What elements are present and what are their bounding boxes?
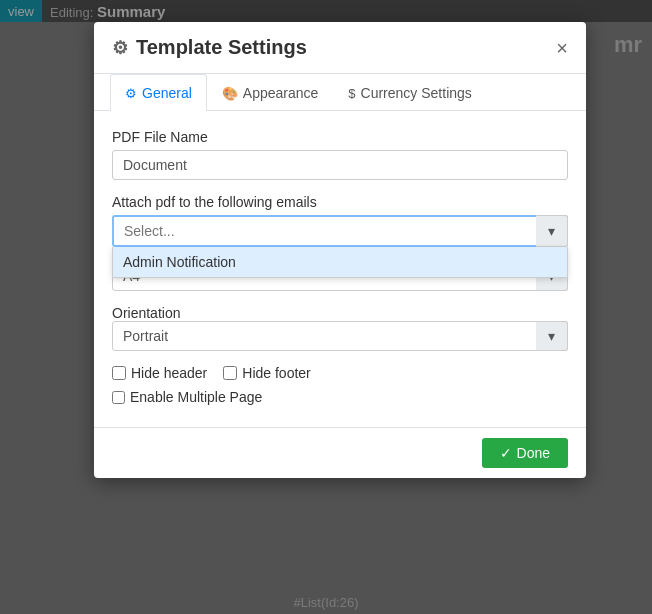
gear-icon: ⚙ (112, 37, 128, 59)
modal-title: ⚙ Template Settings (112, 36, 307, 59)
tab-currency-icon: $ (348, 86, 355, 101)
tab-general[interactable]: ⚙ General (110, 74, 207, 111)
orientation-group: Orientation ▾ (112, 305, 568, 351)
tabs-bar: ⚙ General 🎨 Appearance $ Currency Settin… (94, 74, 586, 111)
hide-footer-checkbox[interactable] (223, 366, 237, 380)
orientation-dropdown-arrow[interactable]: ▾ (536, 321, 568, 351)
attach-pdf-select-wrapper: ▾ Admin Notification (112, 215, 568, 247)
orientation-input[interactable] (112, 321, 568, 351)
hide-footer-label: Hide footer (242, 365, 310, 381)
pdf-file-name-input[interactable] (112, 150, 568, 180)
enable-multiple-page-text: Enable Multiple Page (130, 389, 262, 405)
attach-pdf-group: Attach pdf to the following emails ▾ Adm… (112, 194, 568, 247)
hide-header-label: Hide header (131, 365, 207, 381)
pdf-file-name-label: PDF File Name (112, 129, 568, 145)
modal-footer: ✓ Done (94, 427, 586, 478)
tab-appearance-label: Appearance (243, 85, 319, 101)
enable-multiple-page-label[interactable]: Enable Multiple Page (112, 389, 262, 405)
modal-close-button[interactable]: × (556, 38, 568, 58)
tab-appearance[interactable]: 🎨 Appearance (207, 74, 334, 111)
hide-header-checkbox-label[interactable]: Hide header (112, 365, 207, 381)
done-checkmark-icon: ✓ (500, 445, 512, 461)
dropdown-item-admin-notification[interactable]: Admin Notification (113, 247, 567, 277)
tab-currency[interactable]: $ Currency Settings (333, 74, 487, 111)
attach-pdf-dropdown-arrow[interactable]: ▾ (536, 215, 568, 247)
attach-pdf-label: Attach pdf to the following emails (112, 194, 568, 210)
pdf-file-name-group: PDF File Name (112, 129, 568, 180)
enable-multiple-page-checkbox[interactable] (112, 391, 125, 404)
checkbox-row-2: Enable Multiple Page (112, 389, 568, 405)
tab-currency-label: Currency Settings (361, 85, 472, 101)
attach-pdf-input[interactable] (112, 215, 568, 247)
chevron-down-icon-orient: ▾ (548, 328, 555, 344)
checkbox-row-1: Hide header Hide footer (112, 365, 568, 381)
orientation-select-wrapper: ▾ (112, 321, 568, 351)
tab-general-icon: ⚙ (125, 86, 137, 101)
modal-body: ⚙ General 🎨 Appearance $ Currency Settin… (94, 74, 586, 427)
form-body: PDF File Name Attach pdf to the followin… (94, 111, 586, 427)
done-button[interactable]: ✓ Done (482, 438, 568, 468)
modal-header: ⚙ Template Settings × (94, 22, 586, 74)
orientation-label: Orientation (112, 305, 180, 321)
tab-appearance-icon: 🎨 (222, 86, 238, 101)
attach-pdf-dropdown-menu: Admin Notification (112, 247, 568, 278)
chevron-down-icon: ▾ (548, 223, 555, 239)
done-label: Done (517, 445, 550, 461)
hide-footer-checkbox-label[interactable]: Hide footer (223, 365, 310, 381)
hide-header-checkbox[interactable] (112, 366, 126, 380)
template-settings-modal: ⚙ Template Settings × ⚙ General 🎨 Appear… (94, 22, 586, 478)
tab-general-label: General (142, 85, 192, 101)
